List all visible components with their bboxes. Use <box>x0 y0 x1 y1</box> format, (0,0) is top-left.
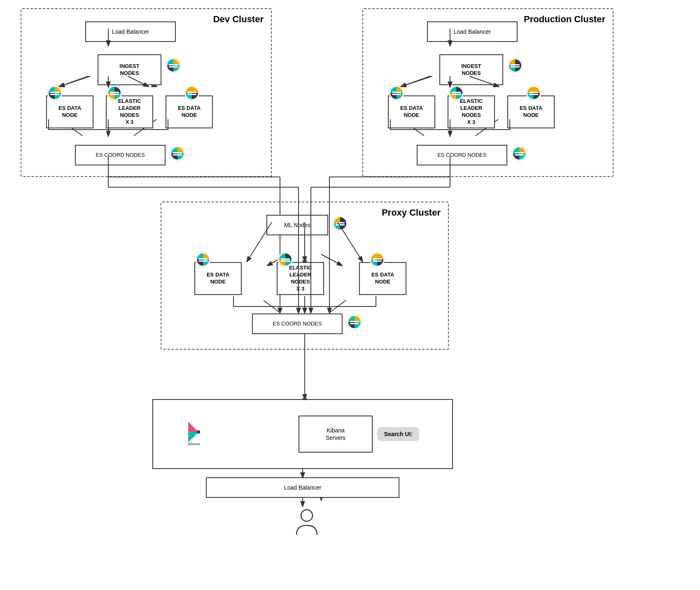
dev-load-balancer: Load Balancer <box>85 21 176 42</box>
proxy-cluster-label: Proxy Cluster <box>382 207 441 218</box>
diagram-container: Dev Cluster Load Balancer INGEST NODES E… <box>0 0 700 590</box>
proxy-data-left-es-icon <box>195 252 211 269</box>
svg-rect-69 <box>373 258 382 260</box>
svg-rect-40 <box>187 94 196 95</box>
svg-rect-34 <box>50 94 59 95</box>
dev-data-right-es-icon <box>184 85 200 102</box>
svg-text:kibana: kibana <box>188 442 201 446</box>
svg-rect-66 <box>281 258 290 260</box>
svg-rect-30 <box>169 64 178 65</box>
dev-cluster-box: Dev Cluster Load Balancer INGEST NODES E… <box>21 8 272 177</box>
svg-rect-36 <box>110 92 119 93</box>
dev-leader-es-icon <box>107 85 122 102</box>
svg-rect-67 <box>281 260 290 262</box>
bottom-load-balancer: Load Balancer <box>206 477 399 498</box>
prod-ingest-nodes: INGEST NODES <box>439 54 503 85</box>
svg-rect-57 <box>515 152 524 153</box>
prod-ingest-es-icon <box>507 58 523 75</box>
dev-coord-es-icon <box>170 146 185 163</box>
svg-rect-31 <box>169 66 178 67</box>
proxy-leader-es-icon <box>278 252 293 269</box>
dev-ingest-nodes: INGEST NODES <box>98 54 161 85</box>
prod-data-right-es-icon <box>526 85 541 102</box>
dev-es-coord: ES COORD NODES <box>75 145 166 165</box>
kibana-outer-box: kibana Kibana Servers Search UI: <box>152 399 453 469</box>
svg-rect-63 <box>198 258 208 260</box>
svg-rect-37 <box>110 94 119 95</box>
proxy-coord-es-icon <box>347 314 362 332</box>
svg-rect-52 <box>452 94 461 95</box>
dev-cluster-label: Dev Cluster <box>213 14 264 25</box>
proxy-cluster-box: Proxy Cluster ML Nodes ES DATA NODE <box>161 202 449 350</box>
svg-rect-61 <box>336 224 345 225</box>
svg-point-78 <box>301 510 313 521</box>
production-cluster-label: Production Cluster <box>524 14 605 25</box>
prod-data-left-es-icon <box>389 85 404 102</box>
prod-coord-es-icon <box>511 146 527 163</box>
dev-data-left-es-icon <box>47 85 63 102</box>
svg-rect-39 <box>187 92 196 93</box>
svg-rect-60 <box>336 222 345 223</box>
svg-rect-42 <box>173 152 182 153</box>
production-cluster-box: Production Cluster Load Balancer INGEST … <box>362 8 614 177</box>
svg-rect-64 <box>198 260 208 262</box>
svg-rect-54 <box>529 92 538 93</box>
proxy-ml-nodes: ML Nodes <box>266 215 328 235</box>
svg-rect-70 <box>373 260 382 262</box>
svg-rect-48 <box>392 92 401 93</box>
proxy-es-coord: ES COORD NODES <box>252 314 343 334</box>
dev-ingest-es-icon <box>166 58 181 75</box>
svg-rect-45 <box>511 64 520 65</box>
user-icon <box>294 508 319 539</box>
svg-marker-75 <box>188 432 198 442</box>
prod-leader-es-icon <box>448 85 464 102</box>
svg-rect-51 <box>452 92 461 93</box>
kibana-servers-box: Kibana Servers <box>299 416 373 453</box>
svg-rect-73 <box>350 323 359 324</box>
proxy-ml-es-icon <box>332 216 348 233</box>
svg-rect-43 <box>173 154 182 156</box>
svg-point-76 <box>197 430 200 434</box>
search-ui-bubble: Search UI: <box>378 427 419 441</box>
prod-load-balancer: Load Balancer <box>427 21 518 42</box>
svg-rect-55 <box>529 94 538 95</box>
svg-rect-46 <box>511 66 520 67</box>
kibana-logo: kibana <box>186 420 209 448</box>
prod-es-coord: ES COORD NODES <box>417 145 507 165</box>
svg-rect-33 <box>50 92 59 93</box>
svg-rect-72 <box>350 321 359 322</box>
svg-rect-58 <box>515 154 524 156</box>
proxy-data-right-es-icon <box>369 252 385 269</box>
svg-rect-49 <box>392 94 401 95</box>
